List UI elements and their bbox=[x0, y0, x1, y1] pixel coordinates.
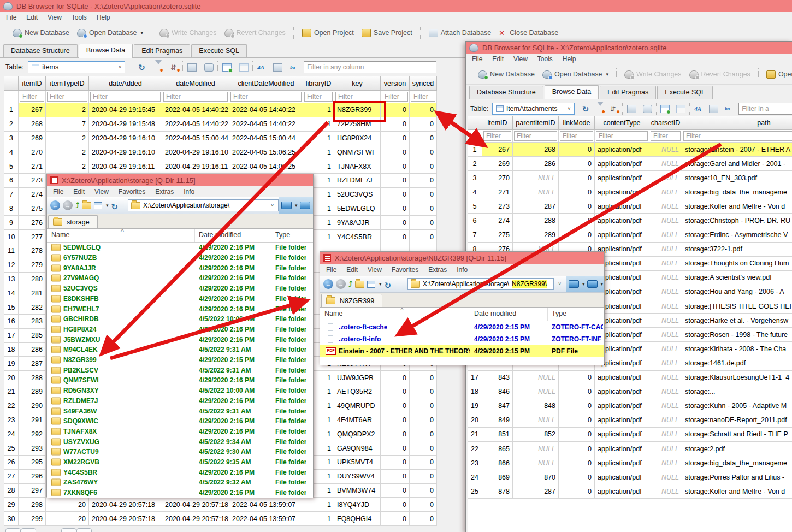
menu-tools[interactable]: Tools bbox=[533, 54, 558, 64]
cell[interactable]: storage:Porres Paltor and Lilius - bbox=[682, 470, 792, 484]
cell[interactable]: RZLDME7J bbox=[334, 174, 381, 188]
table-row[interactable]: 29298202020-04-29 20:57:182020-04-29 20:… bbox=[4, 498, 437, 512]
cell[interactable]: 0 bbox=[410, 371, 437, 385]
refresh-icon[interactable] bbox=[582, 105, 590, 113]
column-header-dateadded[interactable]: dateAdded bbox=[89, 76, 162, 91]
forward-icon[interactable]: → bbox=[336, 279, 346, 289]
table-row[interactable]: 218518520application/pdfNULLstorage:Schr… bbox=[468, 428, 792, 442]
cell[interactable]: NULL bbox=[513, 371, 559, 385]
folder-row[interactable]: TJNAFX8X4/29/2020 2:16 PMFile folder bbox=[47, 427, 313, 437]
cell[interactable]: NULL bbox=[649, 413, 682, 428]
menu-extras[interactable]: Extras bbox=[150, 187, 179, 197]
cell[interactable]: 289 bbox=[19, 385, 46, 399]
menu-file[interactable]: File bbox=[1, 13, 21, 22]
cell[interactable]: 0 bbox=[559, 199, 595, 214]
new-folder-icon[interactable] bbox=[355, 281, 364, 288]
cell[interactable]: 0 bbox=[381, 216, 410, 230]
folder-row[interactable]: M94CL4EK4/5/2022 9:31 AMFile folder bbox=[47, 345, 313, 355]
folder-row[interactable]: 6Y57NUZB4/29/2020 2:16 PMFile folder bbox=[47, 253, 313, 263]
cell[interactable]: application/pdf bbox=[595, 385, 649, 399]
cell[interactable]: BVMM3W74 bbox=[334, 484, 381, 498]
cell[interactable]: NULL bbox=[649, 228, 682, 243]
table-row[interactable]: 62742880application/pdfNULLstorage:Chris… bbox=[468, 214, 792, 228]
cell[interactable]: application/pdf bbox=[595, 371, 649, 385]
cell[interactable]: 0 bbox=[410, 202, 437, 216]
cell[interactable]: NULL bbox=[649, 399, 682, 413]
folder-row[interactable]: HG8P8X244/29/2020 2:16 PMFile folder bbox=[47, 324, 313, 335]
tab-edit-pragmas[interactable]: Edit Pragmas bbox=[134, 44, 190, 57]
cell[interactable]: 4F4MT6AR bbox=[334, 413, 381, 428]
cell[interactable]: 285 bbox=[19, 329, 46, 343]
folder-row[interactable]: S49FA36W4/5/2022 9:31 AMFile folder bbox=[47, 406, 313, 416]
cell[interactable]: NULL bbox=[649, 356, 682, 370]
cell[interactable]: 275 bbox=[19, 202, 46, 216]
tab-n8zgr399[interactable]: N8ZGR399 bbox=[321, 294, 382, 307]
cell[interactable]: application/pdf bbox=[595, 456, 649, 470]
cell[interactable]: 846 bbox=[482, 385, 513, 399]
filter-input-key[interactable]: Filter bbox=[335, 92, 379, 102]
folder-row[interactable]: QNM7SFWI4/29/2020 2:16 PMFile folder bbox=[47, 375, 313, 386]
column-header-version[interactable]: version bbox=[381, 76, 410, 91]
cell[interactable]: 0 bbox=[559, 442, 595, 456]
single-pane-icon[interactable] bbox=[281, 202, 292, 209]
cell[interactable]: 0 bbox=[559, 171, 595, 185]
cell[interactable]: 1 bbox=[303, 159, 334, 174]
cell[interactable]: 0 bbox=[410, 132, 437, 146]
tab-database-structure[interactable]: Database Structure bbox=[469, 86, 543, 99]
tab-edit-pragmas[interactable]: Edit Pragmas bbox=[600, 86, 656, 99]
cell[interactable]: 848 bbox=[513, 399, 559, 413]
cell[interactable]: 2020-04-29 20:57:18 bbox=[162, 498, 229, 512]
cell[interactable]: NULL bbox=[649, 143, 682, 157]
cell[interactable]: 869 bbox=[482, 470, 513, 484]
cell[interactable]: 269 bbox=[482, 157, 513, 171]
file-row[interactable]: .zotero-ft-info4/29/2020 2:15 PMZOTERO-F… bbox=[320, 333, 604, 345]
cell[interactable]: 0 bbox=[381, 413, 410, 428]
cell[interactable]: 0 bbox=[559, 214, 595, 228]
cell[interactable]: application/pdf bbox=[595, 143, 649, 157]
folder-row[interactable]: W77ACTU94/5/2022 9:30 AMFile folder bbox=[47, 447, 313, 457]
cell[interactable]: storage:big_data_the_manageme bbox=[682, 185, 792, 199]
table-row[interactable]: 18846NULL0application/pdfNULLstorage:... bbox=[468, 385, 792, 399]
cell[interactable]: GA9QN984 bbox=[334, 441, 381, 456]
cell[interactable]: NULL bbox=[649, 214, 682, 228]
menu-edit[interactable]: Edit bbox=[68, 187, 90, 197]
folder-row[interactable]: USYZVXUG4/5/2022 9:34 AMFile folder bbox=[47, 436, 313, 447]
menu-info[interactable]: Info bbox=[179, 187, 199, 197]
cell[interactable]: 287 bbox=[513, 199, 559, 214]
cell[interactable]: 269 bbox=[19, 132, 46, 146]
table-row[interactable]: 248698700application/pdfNULLstorage:Porr… bbox=[468, 470, 792, 484]
address-bar[interactable]: X:\Zotero\Application\storage\ bbox=[128, 199, 279, 211]
cell[interactable]: 273 bbox=[482, 199, 513, 214]
cell[interactable]: 2022-04-05 14:40:22 bbox=[229, 117, 303, 132]
open-project-button[interactable]: Open Project bbox=[763, 68, 792, 81]
table-row[interactable]: 23866NULL0application/pdfNULLstorage:big… bbox=[468, 456, 792, 470]
cell[interactable]: 0 bbox=[381, 385, 410, 399]
filter-input-itemid[interactable]: Filter bbox=[483, 131, 511, 141]
cell[interactable]: 49QMRUPD bbox=[334, 399, 381, 413]
cell[interactable]: NULL bbox=[513, 185, 559, 199]
file-row[interactable]: .zotero-ft-cache4/29/2020 2:15 PMZOTERO-… bbox=[320, 321, 604, 333]
cell[interactable]: 1 bbox=[303, 145, 334, 159]
cell[interactable]: 279 bbox=[19, 258, 46, 273]
cell[interactable]: 0 bbox=[381, 498, 410, 512]
clear-sort-icon[interactable] bbox=[610, 105, 618, 113]
cell[interactable]: 2020-04-29 19:16:11 bbox=[89, 159, 162, 174]
cell[interactable]: 2 bbox=[46, 145, 89, 159]
address-dropdown-icon[interactable]: ˅ bbox=[271, 203, 274, 208]
cell[interactable]: NULL bbox=[649, 285, 682, 299]
column-header-synced[interactable]: synced bbox=[410, 76, 437, 91]
cell[interactable]: 2020-04-29 19:16:11 bbox=[162, 159, 229, 174]
cell[interactable]: storage:Schratt and Riedl - THE P bbox=[682, 428, 792, 442]
cell[interactable]: 283 bbox=[19, 315, 46, 329]
cell[interactable]: 2 bbox=[46, 132, 89, 146]
filter-input-libraryid[interactable]: Filter bbox=[304, 92, 333, 102]
find-in-cells-icon[interactable] bbox=[709, 105, 718, 113]
cell[interactable]: 0 bbox=[381, 371, 410, 385]
save-project-button[interactable]: Save Project bbox=[358, 27, 416, 39]
clear-sort-icon[interactable] bbox=[170, 64, 179, 71]
table-row[interactable]: 20849NULL0application/pdfNULLstorage:nan… bbox=[468, 413, 792, 428]
menu-view[interactable]: View bbox=[363, 265, 387, 275]
filter-input-dateadded[interactable]: Filter bbox=[90, 92, 161, 102]
cell[interactable]: NULL bbox=[649, 199, 682, 214]
cell[interactable]: 2022-04-05 15:06:25 bbox=[229, 145, 303, 159]
